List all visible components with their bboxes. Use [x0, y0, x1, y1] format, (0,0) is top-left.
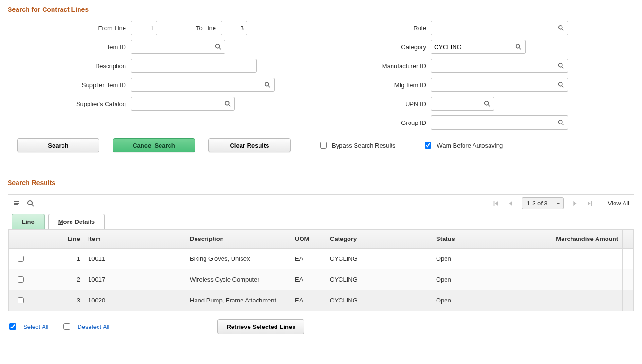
search-form: From Line To Line Item ID Description Su…: [8, 21, 634, 134]
warn-before-autosaving-label: Warn Before Autosaving: [437, 142, 503, 149]
cell-item: 10017: [84, 269, 186, 290]
category-input[interactable]: [431, 40, 526, 54]
table-row: 210017Wireless Cycle ComputerEACYCLINGOp…: [9, 269, 634, 290]
mfg-item-id-label: Mfg Item ID: [350, 81, 431, 89]
to-line-label: To Line: [157, 25, 221, 32]
cell-line: 1: [32, 249, 84, 269]
view-all-link[interactable]: View All: [608, 200, 629, 207]
col-category[interactable]: Category: [326, 230, 432, 249]
category-lookup-icon[interactable]: [515, 44, 522, 50]
retrieve-selected-lines-button[interactable]: Retrieve Selected Lines: [217, 319, 304, 334]
col-description[interactable]: Description: [186, 230, 291, 249]
search-title: Search for Contract Lines: [8, 6, 634, 13]
cell-line: 3: [32, 290, 84, 311]
cell-description: Wireless Cycle Computer: [186, 269, 291, 290]
cell-trailing: [623, 269, 634, 290]
cell-trailing: [623, 249, 634, 269]
search-form-right: Role Category Manufacturer ID: [350, 21, 568, 134]
tab-more-details[interactable]: More Details: [48, 214, 105, 229]
supplier-item-id-input[interactable]: [131, 78, 275, 92]
tab-more-details-rest: ore Details: [63, 218, 95, 225]
cell-category: CYCLING: [326, 269, 432, 290]
grid-last-button[interactable]: [586, 199, 594, 208]
mfg-item-id-lookup-icon[interactable]: [558, 81, 564, 88]
suppliers-catalog-lookup-icon[interactable]: [224, 100, 231, 107]
col-line[interactable]: Line: [32, 230, 84, 249]
cell-description: Biking Gloves, Unisex: [186, 249, 291, 269]
from-line-input[interactable]: [131, 21, 157, 35]
grid-footer: Select All Deselect All Retrieve Selecte…: [8, 319, 634, 334]
grid-tabs: Line More Details: [8, 214, 634, 229]
cell-uom: EA: [291, 269, 326, 290]
manufacturer-id-lookup-icon[interactable]: [558, 62, 564, 69]
cell-category: CYCLING: [326, 290, 432, 311]
row-select-checkbox[interactable]: [18, 276, 24, 283]
cell-uom: EA: [291, 249, 326, 269]
role-lookup-icon[interactable]: [558, 25, 564, 31]
group-id-label: Group ID: [350, 119, 431, 126]
select-all-checkbox[interactable]: [9, 323, 16, 330]
description-input[interactable]: [131, 59, 257, 73]
suppliers-catalog-label: Supplier's Catalog: [8, 100, 131, 107]
warn-before-autosaving-checkbox[interactable]: [425, 142, 431, 149]
role-input[interactable]: [431, 21, 568, 35]
grid-next-button[interactable]: [571, 199, 579, 208]
upn-id-lookup-icon[interactable]: [484, 100, 490, 107]
mfg-item-id-input[interactable]: [431, 78, 568, 92]
group-id-input[interactable]: [431, 115, 568, 130]
deselect-all-checkbox[interactable]: [63, 323, 70, 330]
cell-trailing: [623, 290, 634, 311]
from-line-label: From Line: [8, 25, 131, 32]
grid-personalize-icon[interactable]: [13, 200, 20, 207]
search-form-left: From Line To Line Item ID Description Su…: [8, 21, 275, 134]
cell-line: 2: [32, 269, 84, 290]
cancel-search-button[interactable]: Cancel Search: [113, 138, 195, 152]
divider: [601, 199, 601, 208]
item-id-lookup-icon[interactable]: [215, 44, 222, 50]
role-label: Role: [350, 25, 431, 32]
results-grid: 1-3 of 3 View All Line More Details Line…: [8, 194, 634, 311]
search-button[interactable]: Search: [17, 138, 99, 152]
description-label: Description: [8, 62, 131, 70]
tab-more-details-mnemonic: M: [58, 218, 63, 225]
cell-status: Open: [432, 290, 485, 311]
chevron-down-icon[interactable]: [553, 199, 563, 208]
tab-line[interactable]: Line: [12, 214, 45, 229]
cell-merch: [485, 269, 623, 290]
clear-results-button[interactable]: Clear Results: [208, 138, 291, 152]
supplier-item-id-lookup-icon[interactable]: [264, 81, 271, 88]
row-select-checkbox[interactable]: [18, 256, 24, 262]
cell-uom: EA: [291, 290, 326, 311]
cell-merch: [485, 249, 623, 269]
cell-status: Open: [432, 249, 485, 269]
to-line-input[interactable]: [221, 21, 247, 35]
col-merch-amount[interactable]: Merchandise Amount: [485, 230, 623, 249]
grid-first-button[interactable]: [491, 199, 500, 208]
group-id-lookup-icon[interactable]: [558, 119, 564, 126]
table-row: 310020Hand Pump, Frame AttachmentEACYCLI…: [9, 290, 634, 311]
col-uom[interactable]: UOM: [291, 230, 326, 249]
table-row: 110011Biking Gloves, UnisexEACYCLINGOpen: [9, 249, 634, 269]
action-row: Search Cancel Search Clear Results Bypas…: [17, 138, 634, 152]
grid-find-icon[interactable]: [27, 200, 35, 207]
cell-category: CYCLING: [326, 249, 432, 269]
col-trailing: [623, 230, 634, 249]
grid-prev-button[interactable]: [507, 199, 515, 208]
grid-count[interactable]: 1-3 of 3: [522, 197, 564, 209]
manufacturer-id-input[interactable]: [431, 59, 568, 73]
col-item[interactable]: Item: [84, 230, 186, 249]
bypass-search-results-checkbox[interactable]: [320, 142, 327, 149]
manufacturer-id-label: Manufacturer ID: [350, 62, 431, 70]
cell-item: 10020: [84, 290, 186, 311]
row-select-checkbox[interactable]: [18, 297, 24, 303]
suppliers-catalog-input[interactable]: [131, 97, 235, 111]
col-status[interactable]: Status: [432, 230, 485, 249]
results-table: Line Item Description UOM Category Statu…: [8, 229, 634, 311]
results-title: Search Results: [8, 179, 634, 186]
upn-id-label: UPN ID: [350, 100, 431, 107]
deselect-all-link[interactable]: Deselect All: [77, 323, 109, 330]
select-all-link[interactable]: Select All: [23, 323, 48, 330]
grid-count-text: 1-3 of 3: [522, 198, 553, 209]
supplier-item-id-label: Supplier Item ID: [8, 81, 131, 89]
item-id-input[interactable]: [131, 40, 225, 54]
